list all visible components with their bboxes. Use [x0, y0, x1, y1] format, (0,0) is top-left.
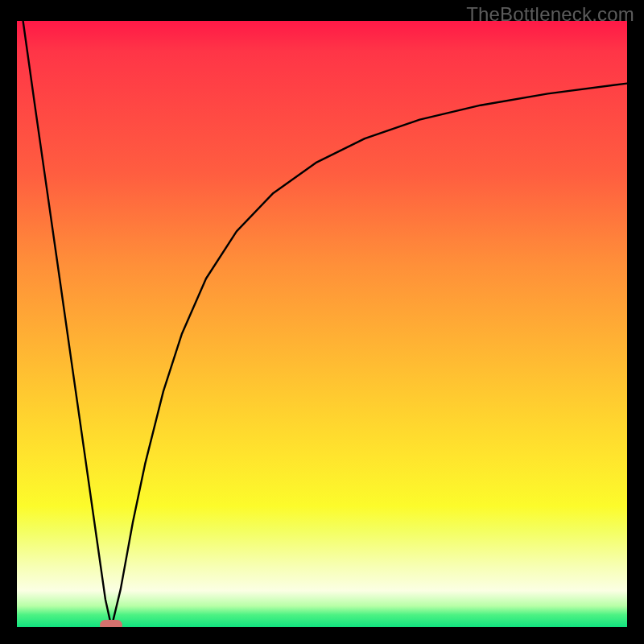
plot-area: [17, 21, 627, 627]
bottleneck-curve: [17, 21, 627, 627]
chart-frame: TheBottleneck.com: [0, 0, 644, 644]
optimum-marker: [100, 620, 122, 627]
watermark-label: TheBottleneck.com: [466, 3, 634, 26]
